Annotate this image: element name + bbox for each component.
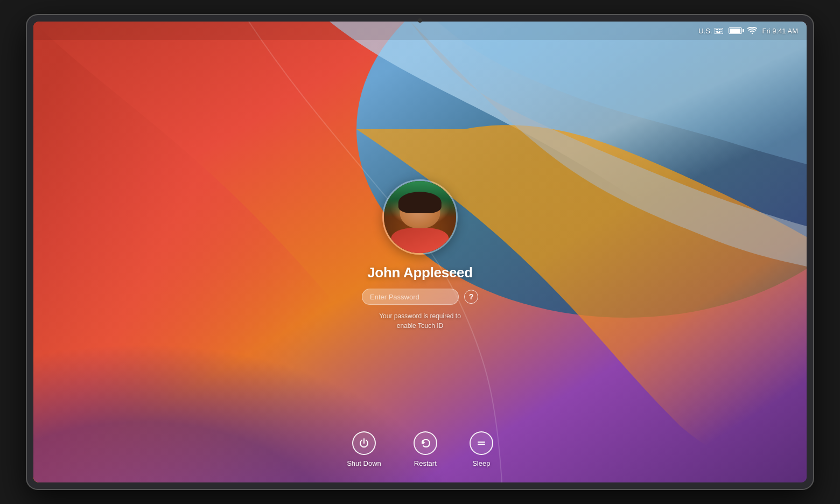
- touchid-hint: Your password is required to enable Touc…: [379, 311, 461, 331]
- battery-item[interactable]: [729, 27, 742, 34]
- restart-icon: [419, 437, 431, 449]
- password-input[interactable]: [362, 289, 459, 305]
- sleep-icon: [475, 437, 487, 449]
- keyboard-layout-label: U.S.: [698, 27, 712, 35]
- sleep-icon-container: [470, 431, 493, 455]
- battery-icon: [729, 27, 742, 34]
- wallpaper: U.S.: [33, 22, 807, 482]
- avatar-hair: [398, 192, 442, 213]
- hint-line1: Your password is required to: [379, 312, 461, 320]
- bottom-buttons: Shut Down Restart: [33, 431, 807, 467]
- screen: U.S.: [33, 22, 807, 482]
- shutdown-button[interactable]: Shut Down: [347, 431, 381, 467]
- sleep-label: Sleep: [472, 459, 490, 467]
- login-container: John Appleseed ? Your password is requir…: [362, 179, 478, 331]
- camera: [418, 18, 422, 23]
- avatar-shirt: [391, 228, 449, 253]
- restart-button[interactable]: Restart: [414, 431, 437, 467]
- wifi-item[interactable]: [747, 27, 757, 34]
- svg-rect-9: [717, 31, 718, 32]
- avatar: [382, 179, 458, 255]
- sleep-button[interactable]: Sleep: [470, 431, 493, 467]
- svg-rect-8: [716, 31, 717, 32]
- time-item: Fri 9:41 AM: [762, 27, 798, 35]
- power-icon: [358, 437, 370, 449]
- svg-rect-5: [717, 29, 718, 30]
- password-hint-button[interactable]: ?: [464, 290, 478, 304]
- mac-frame: U.S.: [27, 15, 813, 489]
- battery-fill: [730, 29, 740, 33]
- svg-rect-4: [716, 29, 717, 30]
- svg-rect-12: [716, 32, 720, 33]
- keyboard-icon: [715, 28, 723, 34]
- time-display: Fri 9:41 AM: [762, 27, 798, 35]
- svg-rect-10: [719, 31, 720, 32]
- shutdown-label: Shut Down: [347, 459, 381, 467]
- keyboard-layout-item[interactable]: U.S.: [698, 27, 723, 35]
- menu-bar: U.S.: [33, 22, 807, 40]
- svg-rect-6: [719, 29, 720, 30]
- restart-label: Restart: [414, 459, 437, 467]
- password-row: ?: [362, 289, 478, 305]
- restart-icon-container: [414, 431, 437, 455]
- shutdown-icon-container: [352, 431, 376, 455]
- avatar-background: [384, 181, 456, 253]
- svg-rect-7: [720, 29, 722, 30]
- svg-rect-11: [720, 31, 722, 32]
- wifi-icon: [747, 27, 757, 34]
- hint-line2: enable Touch ID: [397, 322, 444, 330]
- menu-bar-right: U.S.: [698, 27, 798, 35]
- help-label: ?: [469, 292, 474, 301]
- user-name: John Appleseed: [367, 264, 473, 281]
